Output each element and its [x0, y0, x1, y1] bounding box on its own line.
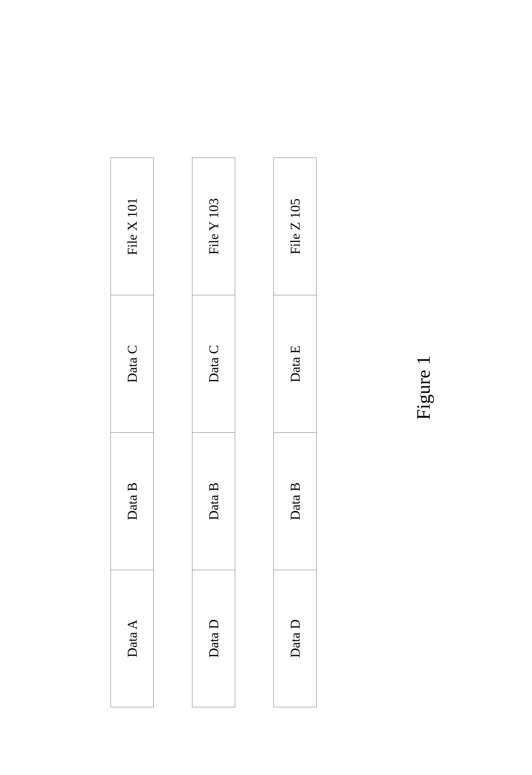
file-label-z: File Z 105	[274, 157, 317, 295]
data-cell: Data C	[111, 295, 154, 433]
file-label-y: File Y 103	[192, 157, 235, 295]
data-cell: Data B	[111, 433, 154, 570]
file-row-z: Data D Data B Data E File Z 105	[274, 68, 317, 707]
diagram-stage: Data A Data B Data C File X 101 Data D D…	[98, 68, 435, 707]
data-cell: Data B	[274, 433, 317, 570]
data-cell: Data C	[192, 295, 235, 433]
data-cell: Data A	[111, 570, 154, 707]
file-rows-container: Data A Data B Data C File X 101 Data D D…	[98, 68, 329, 707]
file-row-y: Data D Data B Data C File Y 103	[192, 68, 235, 707]
data-cell: Data D	[192, 570, 235, 707]
data-cell: Data B	[192, 433, 235, 570]
file-label-x: File X 101	[111, 157, 154, 295]
data-cell: Data E	[274, 295, 317, 433]
figure-caption: Figure 1	[412, 68, 435, 707]
file-row-x: Data A Data B Data C File X 101	[111, 68, 154, 707]
data-cell: Data D	[274, 570, 317, 707]
